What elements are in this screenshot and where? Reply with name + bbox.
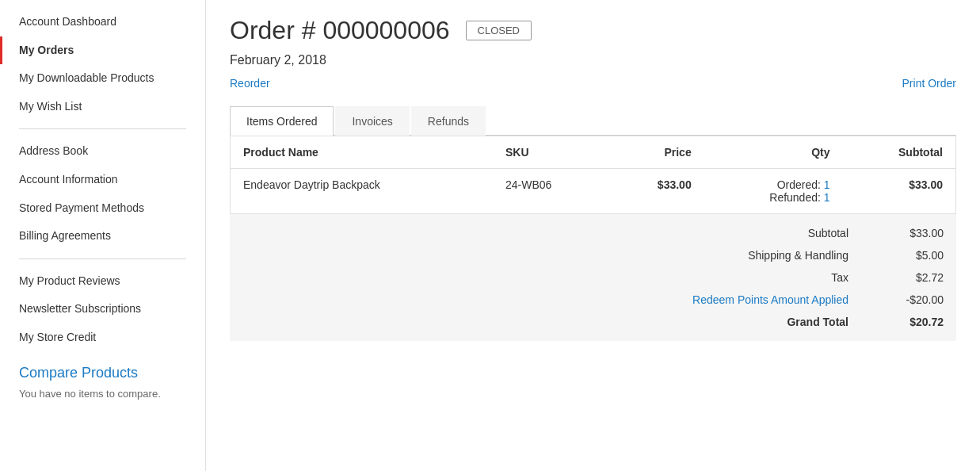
sidebar-item-my-wish-list[interactable]: My Wish List <box>0 93 205 121</box>
price-cell: $33.00 <box>608 169 704 214</box>
sidebar: Account Dashboard My Orders My Downloada… <box>0 0 206 471</box>
summary-tax-label: Tax <box>643 271 880 284</box>
tab-invoices[interactable]: Invoices <box>335 106 409 136</box>
tab-refunds[interactable]: Refunds <box>411 106 486 136</box>
order-title: Order # 000000006 <box>230 16 450 45</box>
qty-refunded: Refunded: 1 <box>717 191 830 204</box>
product-name-cell: Endeavor Daytrip Backpack <box>231 169 493 214</box>
table-row: Endeavor Daytrip Backpack 24-WB06 $33.00… <box>231 169 956 214</box>
order-date: February 2, 2018 <box>230 53 956 67</box>
compare-products-text: You have no items to compare. <box>19 388 186 400</box>
order-status-badge: CLOSED <box>466 21 532 40</box>
summary-shipping-row: Shipping & Handling $5.00 <box>230 244 956 266</box>
order-summary: Subtotal $33.00 Shipping & Handling $5.0… <box>230 214 956 341</box>
col-header-price: Price <box>608 136 704 169</box>
sidebar-item-account-information[interactable]: Account Information <box>0 166 205 194</box>
compare-section: Compare Products You have no items to co… <box>0 352 205 412</box>
qty-ordered: Ordered: 1 <box>717 178 830 191</box>
summary-subtotal-value: $33.00 <box>880 227 944 239</box>
sidebar-item-my-product-reviews[interactable]: My Product Reviews <box>0 267 205 296</box>
sidebar-item-newsletter-subscriptions[interactable]: Newsletter Subscriptions <box>0 295 205 324</box>
compare-products-title[interactable]: Compare Products <box>19 365 186 381</box>
sidebar-item-account-dashboard[interactable]: Account Dashboard <box>0 8 205 36</box>
col-header-subtotal: Subtotal <box>843 136 956 169</box>
col-header-product-name: Product Name <box>231 136 493 169</box>
sidebar-item-my-store-credit[interactable]: My Store Credit <box>0 324 205 352</box>
summary-tax-row: Tax $2.72 <box>230 266 956 289</box>
order-tabs: Items Ordered Invoices Refunds <box>230 105 956 136</box>
sidebar-item-address-book[interactable]: Address Book <box>0 137 205 166</box>
summary-subtotal-label: Subtotal <box>643 227 880 239</box>
tab-items-ordered[interactable]: Items Ordered <box>230 106 334 136</box>
col-header-qty: Qty <box>704 136 843 169</box>
summary-grand-total-value: $20.72 <box>880 316 944 328</box>
summary-grand-total-label: Grand Total <box>643 316 880 328</box>
col-header-sku: SKU <box>493 136 608 169</box>
print-order-link[interactable]: Print Order <box>902 77 956 90</box>
summary-shipping-value: $5.00 <box>880 249 944 262</box>
sidebar-divider-1 <box>19 128 186 129</box>
sidebar-item-stored-payment-methods[interactable]: Stored Payment Methods <box>0 194 205 223</box>
sidebar-item-my-orders[interactable]: My Orders <box>0 36 205 65</box>
summary-grand-total-row: Grand Total $20.72 <box>230 311 956 333</box>
summary-redeem-value: -$20.00 <box>880 293 944 306</box>
summary-tax-value: $2.72 <box>880 271 944 284</box>
sku-cell: 24-WB06 <box>493 169 608 214</box>
summary-redeem-row: Redeem Points Amount Applied -$20.00 <box>230 289 956 311</box>
sidebar-item-billing-agreements[interactable]: Billing Agreements <box>0 222 205 251</box>
sidebar-divider-2 <box>19 258 186 259</box>
qty-cell: Ordered: 1 Refunded: 1 <box>704 169 843 214</box>
summary-subtotal-row: Subtotal $33.00 <box>230 222 956 244</box>
subtotal-cell: $33.00 <box>843 169 956 214</box>
summary-redeem-label: Redeem Points Amount Applied <box>643 293 880 306</box>
main-content: Order # 000000006 CLOSED February 2, 201… <box>206 0 980 471</box>
summary-shipping-label: Shipping & Handling <box>643 249 880 262</box>
reorder-link[interactable]: Reorder <box>230 77 270 90</box>
sidebar-item-my-downloadable-products[interactable]: My Downloadable Products <box>0 64 205 93</box>
order-header: Order # 000000006 CLOSED <box>230 16 956 45</box>
order-items-table: Product Name SKU Price Qty Subtotal Ende… <box>230 136 956 214</box>
order-actions: Reorder Print Order <box>230 77 956 90</box>
